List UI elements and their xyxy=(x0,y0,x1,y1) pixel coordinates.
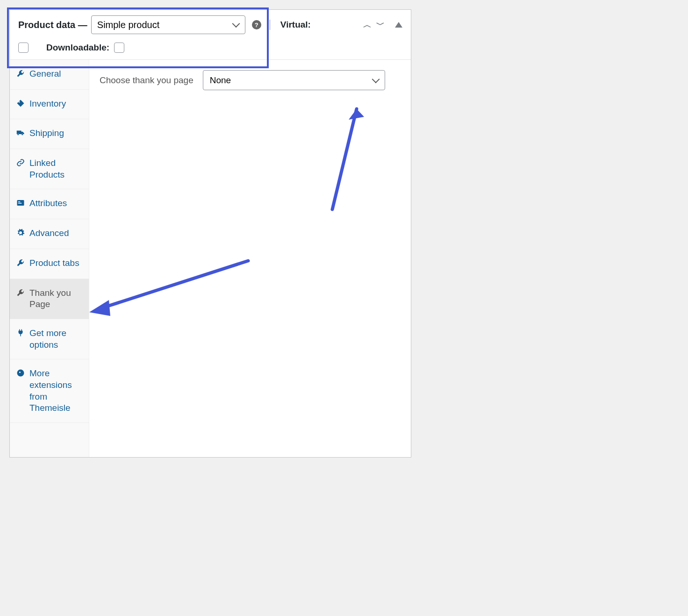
thank-you-page-select[interactable]: None xyxy=(203,70,385,90)
svg-line-7 xyxy=(103,261,248,308)
downloadable-checkbox[interactable] xyxy=(114,43,124,53)
wrench-icon xyxy=(16,258,25,270)
sidebar-item-thank-you-page[interactable]: Thank you Page xyxy=(10,279,89,319)
move-down-icon[interactable] xyxy=(376,19,385,30)
virtual-checkbox[interactable] xyxy=(18,43,29,53)
sidebar-item-label: Advanced xyxy=(29,228,69,239)
link-icon xyxy=(16,158,25,170)
sidebar-item-advanced[interactable]: Advanced xyxy=(10,219,89,249)
sidebar-item-label: General xyxy=(29,68,61,80)
wrench-icon xyxy=(16,69,25,81)
panel-title: Product data — xyxy=(18,20,87,30)
themeisle-icon xyxy=(16,369,25,380)
downloadable-label: Downloadable: xyxy=(46,43,109,53)
sidebar-item-get-more-options[interactable]: Get more options xyxy=(10,319,89,359)
annotation-arrow-2 xyxy=(85,256,262,322)
thank-you-select-wrap: None xyxy=(203,70,385,90)
sidebar-item-general[interactable]: General xyxy=(10,60,89,90)
move-up-icon[interactable] xyxy=(363,19,372,30)
divider xyxy=(270,20,270,30)
svg-rect-2 xyxy=(18,203,22,204)
wrench-icon xyxy=(16,288,25,300)
svg-point-3 xyxy=(17,370,24,377)
virtual-label: Virtual: xyxy=(280,20,311,30)
svg-marker-8 xyxy=(89,300,110,316)
help-icon[interactable]: ? xyxy=(252,20,261,29)
svg-point-4 xyxy=(19,372,21,373)
truck-icon xyxy=(16,129,25,140)
content-area: Choose thank you page None xyxy=(89,60,411,457)
panel-controls xyxy=(363,19,402,30)
field-label: Choose thank you page xyxy=(100,75,194,86)
sidebar-item-inventory[interactable]: Inventory xyxy=(10,90,89,120)
svg-marker-6 xyxy=(349,109,364,120)
sidebar-item-product-tabs[interactable]: Product tabs xyxy=(10,249,89,279)
thank-you-page-field: Choose thank you page None xyxy=(100,70,401,90)
sidebar-item-label: Thank you Page xyxy=(29,287,82,310)
panel-header: Product data — Simple product ? Virtual:… xyxy=(10,10,411,60)
gear-icon xyxy=(16,229,25,240)
sidebar-item-label: Product tabs xyxy=(29,258,79,269)
product-data-panel: Product data — Simple product ? Virtual:… xyxy=(9,9,411,458)
annotation-arrow-1 xyxy=(286,88,379,214)
sidebar-item-label: Shipping xyxy=(29,128,64,139)
product-type-select-wrap: Simple product xyxy=(91,15,245,34)
sidebar-item-label: Inventory xyxy=(29,98,66,110)
sidebar-item-label: Linked Products xyxy=(29,158,82,180)
svg-line-5 xyxy=(332,109,357,209)
sidebar-item-more-extensions[interactable]: More extensions from Themeisle xyxy=(10,359,89,423)
sidebar: General Inventory Shipping Linked Produc… xyxy=(10,60,89,457)
sidebar-item-shipping[interactable]: Shipping xyxy=(10,119,89,149)
tag-icon xyxy=(16,99,25,111)
panel-body: General Inventory Shipping Linked Produc… xyxy=(10,60,411,457)
product-type-select[interactable]: Simple product xyxy=(91,15,245,34)
svg-rect-1 xyxy=(18,201,21,202)
sidebar-item-attributes[interactable]: Attributes xyxy=(10,189,89,219)
toggle-panel-icon[interactable] xyxy=(395,22,402,28)
sidebar-item-label: Attributes xyxy=(29,198,67,209)
list-icon xyxy=(16,199,25,210)
sidebar-item-label: More extensions from Themeisle xyxy=(29,368,82,414)
sidebar-item-label: Get more options xyxy=(29,328,82,351)
sidebar-item-linked-products[interactable]: Linked Products xyxy=(10,149,89,189)
header-row-2: Downloadable: xyxy=(18,43,402,53)
plug-icon xyxy=(16,329,25,340)
